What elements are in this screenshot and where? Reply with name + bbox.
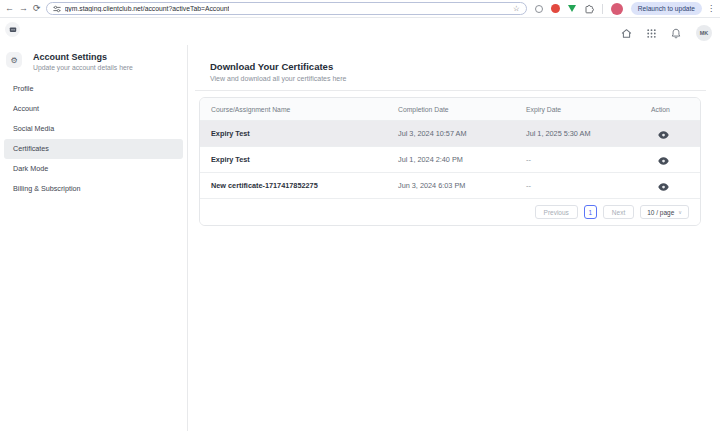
settings-sidebar: ⚙ Account Settings Update your account d… (0, 45, 188, 431)
relaunch-update-label: Relaunch to update (638, 5, 695, 12)
certificate-name: Expiry Test (200, 155, 396, 164)
page-subtitle: View and download all your certificates … (210, 75, 720, 82)
completion-date: Jul 1, 2024 2:40 PM (396, 155, 524, 164)
user-avatar-initials: MK (700, 30, 709, 36)
eye-icon (658, 183, 669, 191)
notifications-bell-icon[interactable] (671, 28, 681, 39)
table-pagination: Previous 1 Next 10 / page ∨ (200, 198, 700, 225)
extensions-puzzle-icon[interactable] (584, 4, 594, 14)
page-title: Download Your Certificates (210, 61, 720, 72)
next-page-button[interactable]: Next (603, 205, 634, 219)
sidebar-subtitle: Update your account details here (33, 64, 133, 71)
user-avatar[interactable]: MK (696, 25, 712, 41)
eye-icon (658, 157, 669, 165)
previous-page-button[interactable]: Previous (535, 205, 578, 219)
sidebar-header: ⚙ Account Settings Update your account d… (0, 45, 187, 75)
extension-c-icon[interactable] (568, 5, 576, 12)
column-completion-date: Completion Date (396, 106, 524, 113)
sidebar-nav: Profile Account Social Media Certificate… (0, 79, 187, 199)
sidebar-item-billing-subscription[interactable]: Billing & Subscription (4, 179, 183, 199)
home-icon[interactable] (621, 28, 632, 39)
browser-menu-icon[interactable]: ⋮ (707, 5, 715, 13)
bookmark-star-icon[interactable]: ☆ (513, 4, 520, 13)
apps-grid-icon[interactable] (647, 29, 656, 38)
view-certificate-button[interactable] (658, 131, 669, 139)
page-number-button[interactable]: 1 (584, 205, 597, 219)
back-icon[interactable]: ← (5, 4, 14, 13)
screen: ← → ⟳ gym.staging.clientclub.net/account… (0, 0, 720, 431)
column-action: Action (649, 106, 700, 113)
certificate-name: New certificate-1717417852275 (200, 181, 396, 190)
section-divider (195, 90, 706, 91)
table-row[interactable]: Expiry Test Jul 3, 2024 10:57 AM Jul 1, … (200, 120, 700, 146)
certificates-table: Course/Assignment Name Completion Date E… (199, 97, 701, 226)
table-header-row: Course/Assignment Name Completion Date E… (200, 98, 700, 120)
completion-date: Jul 3, 2024 10:57 AM (396, 129, 524, 138)
column-expiry-date: Expiry Date (524, 106, 649, 113)
table-row[interactable]: New certificate-1717417852275 Jun 3, 202… (200, 172, 700, 198)
sidebar-item-social-media[interactable]: Social Media (4, 119, 183, 139)
table-row[interactable]: Expiry Test Jul 1, 2024 2:40 PM -- (200, 146, 700, 172)
completion-date: Jun 3, 2024 6:03 PM (396, 181, 524, 190)
app-header-actions: MK (621, 25, 712, 41)
app-window: MK ⚙ Account Settings Update your accoun… (0, 18, 720, 431)
certificate-name: Expiry Test (200, 129, 396, 138)
browser-profile-avatar[interactable] (611, 3, 623, 15)
eye-icon (658, 131, 669, 139)
expiry-date: -- (524, 155, 649, 164)
sidebar-item-certificates[interactable]: Certificates (4, 139, 183, 159)
settings-gear-button[interactable]: ⚙ (6, 52, 22, 68)
url-text: gym.staging.clientclub.net/account?activ… (65, 5, 230, 12)
view-certificate-button[interactable] (658, 183, 669, 191)
address-bar[interactable]: gym.staging.clientclub.net/account?activ… (46, 2, 527, 15)
sidebar-item-dark-mode[interactable]: Dark Mode (4, 159, 183, 179)
site-info-icon[interactable] (53, 5, 61, 13)
extension-a-icon[interactable] (535, 5, 543, 13)
browser-toolbar: ← → ⟳ gym.staging.clientclub.net/account… (0, 0, 720, 18)
view-certificate-button[interactable] (658, 157, 669, 165)
forward-icon[interactable]: → (19, 4, 28, 13)
certificates-panel: Download Your Certificates View and down… (188, 45, 720, 431)
chevron-down-icon: ∨ (678, 209, 682, 215)
gear-icon: ⚙ (10, 56, 17, 65)
logo-icon (9, 26, 17, 33)
relaunch-update-button[interactable]: Relaunch to update (631, 2, 702, 15)
extension-b-icon[interactable] (551, 4, 560, 13)
sidebar-item-profile[interactable]: Profile (4, 79, 183, 99)
logo-button[interactable] (5, 22, 20, 37)
expiry-date: Jul 1, 2025 5:30 AM (524, 129, 649, 138)
expiry-date: -- (524, 181, 649, 190)
page-size-select[interactable]: 10 / page ∨ (640, 205, 689, 219)
page-size-value: 10 / page (647, 209, 674, 216)
sidebar-item-account[interactable]: Account (4, 99, 183, 119)
reload-icon[interactable]: ⟳ (33, 4, 41, 13)
extensions-row (532, 3, 626, 15)
sidebar-title: Account Settings (33, 52, 133, 62)
toolbar-divider (602, 4, 603, 14)
column-course-assignment-name: Course/Assignment Name (200, 106, 396, 113)
